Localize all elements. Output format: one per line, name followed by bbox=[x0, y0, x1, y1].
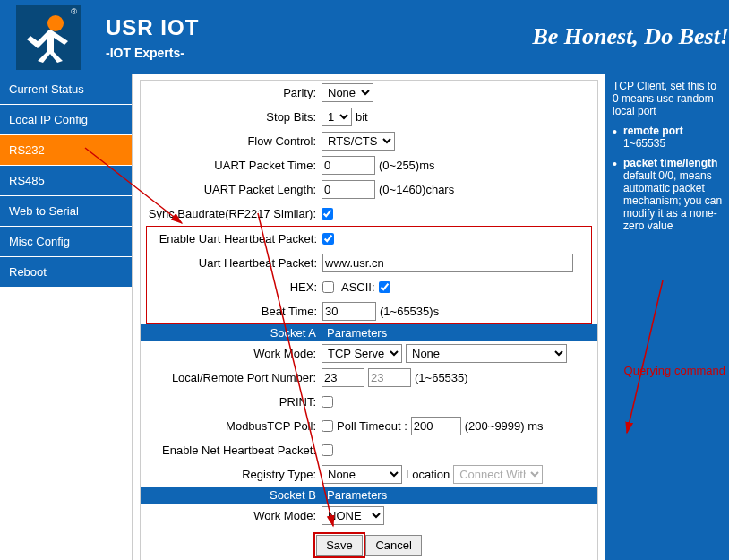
modbus-tcp-poll-label: ModbusTCP Poll: bbox=[141, 419, 322, 433]
uart-heartbeat-packet-label: Uart Heartbeat Packet: bbox=[147, 256, 322, 270]
poll-timeout-label: Poll Timeout : bbox=[337, 419, 407, 433]
cancel-button[interactable]: Cancel bbox=[365, 535, 421, 556]
port-number-label: Local/Remote Port Number: bbox=[141, 371, 322, 384]
work-mode-a-sub-select[interactable]: None bbox=[406, 344, 567, 363]
sidebar: Current Status Local IP Config RS232 RS4… bbox=[0, 74, 133, 560]
enable-uart-heartbeat-checkbox[interactable] bbox=[322, 233, 334, 245]
socket-b-header: Socket B Parameters bbox=[141, 487, 597, 504]
help-item-packet-time: packet time/lengthdefault 0/0, means aut… bbox=[613, 157, 724, 232]
port-hint: (1~65535) bbox=[415, 371, 468, 384]
hex-label: HEX: bbox=[147, 280, 322, 294]
save-button[interactable]: Save bbox=[316, 535, 363, 556]
brand-logo: ® bbox=[16, 5, 81, 70]
uart-packet-length-hint: (0~1460)chars bbox=[379, 183, 454, 196]
socket-a-header: Socket A Parameters bbox=[141, 324, 597, 341]
location-select: Connect With bbox=[453, 465, 543, 484]
sync-baudrate-checkbox[interactable] bbox=[322, 208, 333, 220]
enable-net-heartbeat-checkbox[interactable] bbox=[322, 444, 333, 456]
hex-checkbox[interactable] bbox=[322, 281, 334, 293]
uart-packet-time-label: UART Packet Time: bbox=[141, 159, 322, 172]
brand-title: USR IOT bbox=[106, 15, 199, 40]
sidebar-item-rs232[interactable]: RS232 bbox=[0, 135, 132, 166]
enable-net-heartbeat-label: Enable Net Heartbeat Packet: bbox=[141, 444, 322, 457]
sidebar-item-rs485[interactable]: RS485 bbox=[0, 166, 132, 196]
sidebar-item-current-status[interactable]: Current Status bbox=[0, 74, 132, 105]
sync-baudrate-label: Sync Baudrate(RF2217 Similar): bbox=[141, 207, 322, 220]
location-label: Location bbox=[406, 468, 450, 481]
remote-port-input bbox=[368, 368, 411, 387]
uart-packet-length-input[interactable] bbox=[322, 180, 375, 199]
work-mode-a-label: Work Mode: bbox=[141, 347, 322, 360]
parity-label: Parity: bbox=[141, 86, 322, 99]
ascii-label: ASCII: bbox=[341, 280, 375, 294]
stopbits-select[interactable]: 1 bbox=[322, 108, 352, 126]
sidebar-item-misc-config[interactable]: Misc Config bbox=[0, 227, 132, 257]
registry-type-select[interactable]: None bbox=[322, 465, 402, 484]
sidebar-item-local-ip[interactable]: Local IP Config bbox=[0, 105, 132, 135]
ascii-checkbox[interactable] bbox=[379, 281, 390, 293]
beat-time-input[interactable] bbox=[322, 302, 376, 321]
print-checkbox[interactable] bbox=[322, 396, 333, 408]
registry-type-label: Registry Type: bbox=[141, 468, 322, 481]
flowctrl-select[interactable]: RTS/CTS bbox=[322, 132, 395, 151]
beat-time-label: Beat Time: bbox=[147, 305, 322, 318]
brand-subtitle: -IOT Experts- bbox=[106, 46, 199, 60]
svg-point-0 bbox=[47, 15, 64, 31]
uart-packet-time-input[interactable] bbox=[322, 156, 375, 175]
print-label: PRINT: bbox=[141, 395, 322, 409]
help-sidebar: TCP Client, set this to 0 means use rand… bbox=[605, 74, 729, 560]
work-mode-b-select[interactable]: NONE bbox=[322, 506, 384, 525]
stopbits-suffix: bit bbox=[356, 110, 368, 124]
stopbits-label: Stop Bits: bbox=[141, 110, 322, 124]
flowctrl-label: Flow Control: bbox=[141, 134, 322, 148]
work-mode-b-label: Work Mode: bbox=[141, 509, 322, 522]
uart-packet-time-hint: (0~255)ms bbox=[379, 159, 435, 172]
work-mode-a-select[interactable]: TCP Server bbox=[322, 344, 402, 363]
sidebar-item-reboot[interactable]: Reboot bbox=[0, 257, 132, 288]
parity-select[interactable]: None bbox=[322, 83, 373, 102]
modbus-tcp-poll-checkbox[interactable] bbox=[322, 420, 333, 432]
poll-timeout-input[interactable] bbox=[411, 417, 461, 435]
sidebar-item-web-to-serial[interactable]: Web to Serial bbox=[0, 196, 132, 227]
beat-time-hint: (1~65535)s bbox=[380, 305, 439, 318]
poll-timeout-hint: (200~9999) ms bbox=[465, 419, 544, 433]
enable-uart-heartbeat-label: Enable Uart Heartbeat Packet: bbox=[147, 232, 322, 246]
uart-packet-length-label: UART Packet Length: bbox=[141, 183, 322, 196]
heartbeat-highlight-box: Enable Uart Heartbeat Packet: Uart Heart… bbox=[146, 226, 592, 324]
help-item-remote-port: remote port1~65535 bbox=[613, 125, 724, 150]
help-text-tcp-client: TCP Client, set this to 0 means use rand… bbox=[613, 80, 724, 117]
usr-figure-icon bbox=[21, 11, 75, 65]
uart-heartbeat-packet-input[interactable] bbox=[322, 254, 573, 272]
local-port-input[interactable] bbox=[322, 368, 364, 387]
rs232-config-form: Parity: None Stop Bits: 1 bit Flow Contr… bbox=[140, 80, 598, 560]
brand-slogan: Be Honest, Do Best! bbox=[532, 23, 729, 50]
